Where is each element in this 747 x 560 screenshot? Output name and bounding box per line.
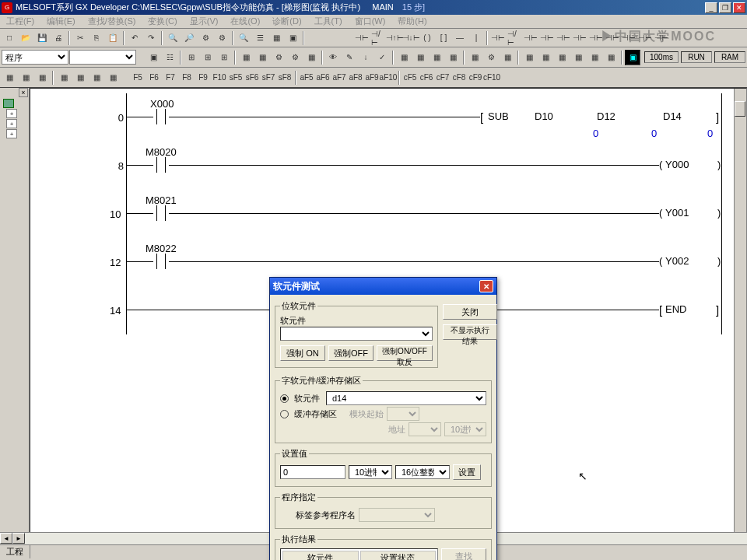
tb2-icon-d[interactable]: ▦ bbox=[445, 50, 461, 65]
tb2-icon-10[interactable]: ▦ bbox=[303, 50, 319, 65]
coil[interactable]: ( bbox=[659, 255, 662, 267]
tab-project[interactable]: 工程 bbox=[0, 545, 30, 558]
new-icon[interactable]: □ bbox=[2, 30, 17, 46]
project-tree[interactable]: + + + bbox=[0, 88, 29, 150]
tree-root-icon[interactable] bbox=[3, 99, 14, 108]
contact-no[interactable] bbox=[153, 254, 169, 269]
minimize-button[interactable]: _ bbox=[705, 2, 717, 13]
setvalue-radix-select[interactable]: 10进制 bbox=[349, 465, 392, 479]
sidebar-close-icon[interactable]: × bbox=[19, 88, 28, 97]
tb3-cf9[interactable]: cF9 bbox=[468, 70, 483, 86]
tb3-af10[interactable]: aF10 bbox=[381, 70, 396, 86]
scroll-left-icon[interactable]: ◄ bbox=[0, 533, 12, 544]
tb2-icon-b[interactable]: ▦ bbox=[412, 50, 428, 65]
tool2-icon[interactable]: ⚙ bbox=[214, 30, 230, 46]
menu-view[interactable]: 显示(V) bbox=[187, 15, 222, 28]
undo-icon[interactable]: ↶ bbox=[127, 30, 142, 46]
tb3-f6[interactable]: F6 bbox=[146, 70, 162, 86]
mode-select[interactable]: 程序 bbox=[2, 50, 68, 65]
menu-help[interactable]: 帮助(H) bbox=[395, 15, 430, 28]
f6-icon[interactable]: ⊣/⊢ bbox=[507, 30, 522, 46]
read-icon[interactable]: ↓ bbox=[358, 50, 374, 65]
coil[interactable]: ( bbox=[659, 159, 662, 170]
f8-icon[interactable]: ⊣⊢ bbox=[539, 30, 555, 46]
tb2-icon-4[interactable]: ⊞ bbox=[200, 50, 216, 65]
menu-convert[interactable]: 变换(C) bbox=[145, 15, 180, 28]
tb3-icon-5[interactable]: ▦ bbox=[72, 70, 88, 86]
setvalue-input[interactable] bbox=[280, 465, 345, 479]
hline-icon[interactable]: — bbox=[452, 30, 468, 46]
tb2-icon-e[interactable]: ▦ bbox=[467, 50, 482, 65]
tb3-icon-6[interactable]: ▦ bbox=[89, 70, 104, 86]
menu-diagnose[interactable]: 诊断(D) bbox=[269, 15, 304, 28]
paste-icon[interactable]: 📋 bbox=[105, 30, 121, 46]
bit-device-input[interactable] bbox=[280, 327, 433, 341]
copy-icon[interactable]: ⎘ bbox=[89, 30, 104, 46]
tb3-icon-1[interactable]: ▦ bbox=[2, 70, 17, 86]
menu-edit[interactable]: 编辑(E) bbox=[44, 15, 79, 28]
tb2-icon-c[interactable]: ▦ bbox=[429, 50, 444, 65]
tb3-f9[interactable]: F9 bbox=[195, 70, 211, 86]
write-icon[interactable]: ✎ bbox=[342, 50, 357, 65]
tb2-icon-g[interactable]: ▦ bbox=[500, 50, 515, 65]
list-icon[interactable]: ☰ bbox=[252, 30, 268, 46]
tb3-cf7[interactable]: cF7 bbox=[435, 70, 451, 86]
contact-no[interactable] bbox=[153, 109, 169, 124]
tb3-icon-7[interactable]: ▦ bbox=[105, 70, 121, 86]
tb3-sf8[interactable]: sF8 bbox=[277, 70, 293, 86]
menu-online[interactable]: 在线(O) bbox=[227, 15, 263, 28]
f10-icon[interactable]: ⊣⊢ bbox=[572, 30, 587, 46]
dialog-close-icon[interactable]: ✕ bbox=[479, 280, 493, 292]
word-device-input[interactable]: d14 bbox=[326, 391, 486, 405]
func-icon[interactable]: [ ] bbox=[436, 30, 451, 46]
tb3-f5[interactable]: F5 bbox=[130, 70, 146, 86]
tb2-icon-6[interactable]: ▦ bbox=[238, 50, 254, 65]
scroll-right-icon[interactable]: ► bbox=[12, 533, 25, 544]
contact-n-icon[interactable]: ⊣↓⊢ bbox=[403, 30, 419, 46]
contact-nc-icon[interactable]: ⊣/⊢ bbox=[370, 30, 386, 46]
tb3-icon-3[interactable]: ▦ bbox=[34, 70, 50, 86]
window-icon[interactable]: ▣ bbox=[285, 30, 300, 46]
tb3-f10[interactable]: F10 bbox=[212, 70, 227, 86]
menu-window[interactable]: 窗口(W) bbox=[352, 15, 389, 28]
tb2-icon-l[interactable]: ▦ bbox=[587, 50, 602, 65]
dialog-titlebar[interactable]: 软元件测试 ✕ bbox=[270, 278, 496, 295]
hide-result-button[interactable]: 不显示执行结果 bbox=[443, 324, 497, 340]
tb3-sf5[interactable]: sF5 bbox=[228, 70, 244, 86]
dialog-close-button[interactable]: 关闭 bbox=[443, 304, 497, 320]
grid-icon[interactable]: ▦ bbox=[268, 30, 284, 46]
tb3-sf7[interactable]: sF7 bbox=[261, 70, 276, 86]
contact-no[interactable] bbox=[153, 157, 169, 173]
tb3-cf10[interactable]: cF10 bbox=[484, 70, 500, 86]
tb2-icon-8[interactable]: ⚙ bbox=[271, 50, 286, 65]
device-select[interactable] bbox=[69, 50, 136, 65]
close-button[interactable]: ✕ bbox=[733, 2, 745, 13]
tb3-af5[interactable]: aF5 bbox=[299, 70, 314, 86]
tb3-af7[interactable]: aF7 bbox=[331, 70, 347, 86]
tb3-f7[interactable]: F7 bbox=[163, 70, 178, 86]
tb2-icon-i[interactable]: ▦ bbox=[538, 50, 553, 65]
tb2-icon-1[interactable]: ▣ bbox=[146, 50, 161, 65]
redo-icon[interactable]: ↷ bbox=[143, 30, 159, 46]
set-button[interactable]: 设置 bbox=[453, 464, 481, 480]
tb3-cf8[interactable]: cF8 bbox=[451, 70, 467, 86]
tb2-icon-5[interactable]: ⊞ bbox=[216, 50, 232, 65]
radio-device[interactable] bbox=[280, 394, 289, 403]
tb3-icon-2[interactable]: ▦ bbox=[18, 70, 33, 86]
maximize-button[interactable]: ❐ bbox=[719, 2, 731, 13]
vline-icon[interactable]: | bbox=[468, 30, 484, 46]
tb2-icon-a[interactable]: ▦ bbox=[396, 50, 412, 65]
setvalue-type-select[interactable]: 16位整数 bbox=[395, 465, 450, 479]
tb2-icon-7[interactable]: ▦ bbox=[254, 50, 270, 65]
vertical-scrollbar[interactable] bbox=[734, 89, 746, 546]
find2-icon[interactable]: 🔎 bbox=[181, 30, 197, 46]
f5-icon[interactable]: ⊣⊢ bbox=[490, 30, 506, 46]
tb3-icon-4[interactable]: ▦ bbox=[56, 70, 72, 86]
coil[interactable]: ( bbox=[659, 207, 662, 219]
cut-icon[interactable]: ✂ bbox=[72, 30, 88, 46]
tb3-af6[interactable]: aF6 bbox=[315, 70, 331, 86]
save-icon[interactable]: 💾 bbox=[34, 30, 50, 46]
tb2-icon-2[interactable]: ☷ bbox=[162, 50, 177, 65]
tb3-sf6[interactable]: sF6 bbox=[244, 70, 260, 86]
print-icon[interactable]: 🖨 bbox=[51, 30, 66, 46]
